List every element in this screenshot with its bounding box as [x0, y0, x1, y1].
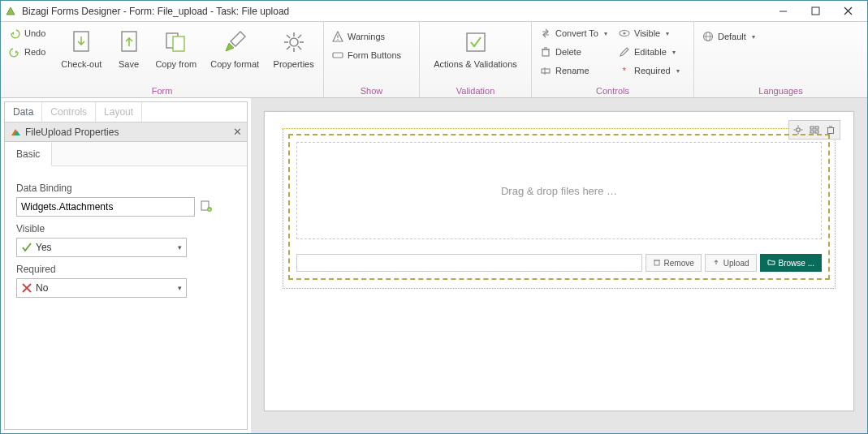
- required-dropdown[interactable]: No ▾: [16, 278, 187, 298]
- check-icon: [463, 27, 489, 58]
- label-data-binding: Data Binding: [16, 183, 235, 194]
- warning-icon: [332, 31, 343, 42]
- canvas: Drag & drop files here … Remove Upload B…: [251, 98, 867, 433]
- main: Data Controls Layout FileUpload Properti…: [1, 98, 867, 433]
- maximize-button[interactable]: [799, 2, 831, 21]
- svg-point-11: [290, 38, 298, 46]
- copy-format-button[interactable]: Copy format: [207, 25, 262, 69]
- svg-point-42: [797, 128, 801, 132]
- convert-to-button[interactable]: Convert To▾: [538, 25, 609, 41]
- svg-rect-10: [173, 37, 184, 51]
- redo-icon: [9, 46, 20, 58]
- cross-icon: [21, 282, 32, 294]
- file-upload-widget[interactable]: Drag & drop files here … Remove Upload B…: [288, 134, 830, 280]
- redo-button[interactable]: Redo: [7, 44, 50, 60]
- actions-validations-button[interactable]: Actions & Validations: [427, 25, 525, 69]
- group-label-show: Show: [330, 86, 412, 96]
- dropzone[interactable]: Drag & drop files here …: [296, 142, 822, 239]
- label-visible: Visible: [16, 223, 235, 234]
- checkout-icon: [69, 27, 93, 58]
- upload-file-button[interactable]: Upload: [705, 254, 757, 272]
- svg-rect-2: [812, 7, 819, 15]
- svg-line-17: [298, 46, 301, 49]
- minimize-button[interactable]: [767, 2, 799, 21]
- rename-icon: [540, 65, 551, 76]
- tab-controls[interactable]: Controls: [42, 102, 96, 122]
- svg-line-19: [287, 46, 290, 49]
- check-icon: [21, 242, 32, 253]
- group-label-validation: Validation: [426, 86, 525, 96]
- copy-from-button[interactable]: Copy from: [153, 25, 199, 69]
- properties-icon: [10, 127, 21, 138]
- ribbon: Undo Redo Check-out Save Copy from Copy …: [1, 22, 867, 98]
- svg-line-16: [287, 35, 290, 38]
- globe-icon: [702, 31, 714, 42]
- properties-button[interactable]: Properties: [270, 25, 317, 69]
- browse-file-button[interactable]: Browse ...: [760, 254, 822, 272]
- eye-icon: [619, 28, 630, 39]
- delete-button[interactable]: Delete: [538, 44, 609, 60]
- binding-picker-icon[interactable]: +: [200, 200, 213, 215]
- app-icon: [4, 5, 17, 18]
- svg-line-18: [298, 35, 301, 38]
- upload-bar: Remove Upload Browse ...: [296, 254, 822, 272]
- copy-from-icon: [163, 27, 189, 58]
- upload-path-input[interactable]: [296, 254, 642, 272]
- svg-rect-23: [333, 53, 343, 58]
- convert-icon: [540, 28, 551, 39]
- panel-tabs: Data Controls Layout: [5, 102, 247, 122]
- left-panel: Data Controls Layout FileUpload Properti…: [4, 101, 248, 430]
- default-language-button[interactable]: Default▾: [701, 28, 757, 45]
- svg-rect-47: [810, 127, 814, 129]
- folder-icon: [767, 258, 775, 268]
- sub-tab-basic[interactable]: Basic: [5, 142, 52, 166]
- visible-button[interactable]: Visible▾: [617, 25, 681, 41]
- tab-data[interactable]: Data: [5, 102, 42, 122]
- remove-file-button[interactable]: Remove: [646, 254, 702, 272]
- save-button[interactable]: Save: [113, 25, 145, 69]
- data-binding-input[interactable]: [16, 197, 195, 217]
- warnings-button[interactable]: Warnings: [330, 28, 403, 45]
- checkout-button[interactable]: Check-out: [58, 25, 105, 69]
- gear-icon: [282, 27, 306, 58]
- caret-icon: ▾: [666, 30, 669, 37]
- trash-icon: [540, 46, 551, 58]
- upload-icon: [712, 258, 720, 268]
- undo-button[interactable]: Undo: [7, 25, 50, 41]
- svg-point-22: [337, 39, 339, 41]
- svg-rect-54: [654, 260, 659, 265]
- caret-icon: ▾: [604, 30, 607, 37]
- visible-dropdown[interactable]: Yes ▾: [16, 238, 187, 257]
- svg-marker-0: [6, 7, 15, 15]
- svg-rect-51: [828, 128, 834, 134]
- svg-rect-25: [542, 49, 549, 56]
- svg-rect-49: [810, 131, 814, 133]
- chevron-down-icon: ▾: [178, 243, 182, 251]
- label-required: Required: [16, 264, 235, 275]
- caret-icon: ▾: [752, 33, 755, 41]
- editable-button[interactable]: Editable▾: [617, 44, 681, 60]
- save-icon: [117, 27, 141, 58]
- undo-icon: [9, 28, 20, 39]
- required-button[interactable]: *Required▾: [617, 62, 681, 79]
- titlebar: Bizagi Forms Designer - Form: File_uploa…: [1, 1, 867, 22]
- group-label-languages: Languages: [701, 86, 861, 96]
- chevron-down-icon: ▾: [178, 284, 182, 292]
- form-buttons-icon: [332, 49, 343, 61]
- window-title: Bizagi Forms Designer - Form: File_uploa…: [22, 6, 767, 17]
- sub-tabs: Basic: [5, 142, 247, 165]
- rename-button[interactable]: Rename: [538, 62, 609, 79]
- asterisk-icon: *: [619, 65, 630, 76]
- properties-body: Data Binding + Visible Yes ▾ Required No…: [5, 166, 247, 307]
- svg-text:+: +: [209, 207, 211, 212]
- trash-icon: [653, 258, 661, 268]
- form-buttons-button[interactable]: Form Buttons: [330, 47, 403, 63]
- close-panel-icon[interactable]: ✕: [233, 126, 242, 138]
- tab-layout[interactable]: Layout: [96, 102, 142, 122]
- properties-header: FileUpload Properties ✕: [5, 122, 247, 142]
- close-button[interactable]: [831, 2, 864, 21]
- svg-rect-50: [815, 131, 818, 133]
- pencil-icon: [619, 46, 630, 58]
- caret-icon: ▾: [676, 67, 680, 75]
- paintbrush-icon: [221, 27, 248, 58]
